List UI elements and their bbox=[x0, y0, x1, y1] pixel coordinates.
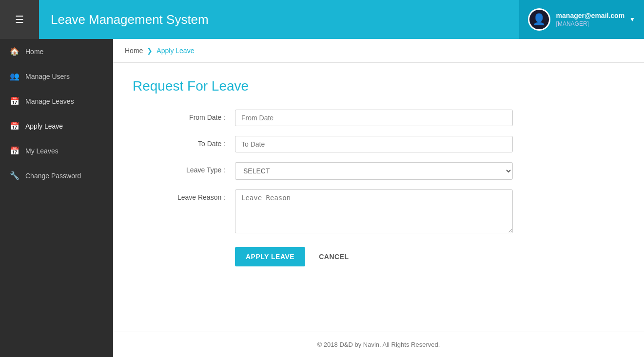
sidebar-item-home[interactable]: 🏠 Home bbox=[0, 39, 113, 64]
app-title: Leave Management System bbox=[39, 12, 519, 27]
footer: © 2018 D&D by Navin. All Rights Reserved… bbox=[113, 332, 644, 357]
hamburger-icon: ☰ bbox=[15, 15, 24, 24]
footer-text: © 2018 D&D by Navin. All Rights Reserved… bbox=[317, 341, 440, 348]
sidebar-toggle-button[interactable]: ☰ bbox=[0, 0, 39, 39]
apply-leave-icon: 📅 bbox=[10, 121, 20, 131]
page-title: Request For Leave bbox=[133, 78, 624, 94]
to-date-input[interactable] bbox=[235, 136, 513, 152]
home-icon: 🏠 bbox=[10, 47, 20, 56]
settings-icon: 🔧 bbox=[10, 171, 20, 180]
chevron-down-icon: ▼ bbox=[629, 16, 635, 23]
breadcrumb-current: Apply Leave bbox=[156, 47, 194, 55]
main-content: Home ❯ Apply Leave Request For Leave Fro… bbox=[113, 39, 644, 357]
avatar: 👤 bbox=[528, 8, 550, 31]
sidebar-item-manage-leaves[interactable]: 📅 Manage Leaves bbox=[0, 89, 113, 113]
to-date-row: To Date : bbox=[172, 136, 513, 152]
leave-reason-field bbox=[235, 189, 513, 235]
sidebar-item-apply-leave[interactable]: 📅 Apply Leave bbox=[0, 113, 113, 138]
form-buttons: APPLY LEAVE CANCEL bbox=[235, 247, 513, 266]
leave-type-row: Leave Type : SELECT Sick Leave Casual Le… bbox=[172, 162, 513, 180]
sidebar-item-change-password-label: Change Password bbox=[25, 172, 81, 180]
sidebar-item-manage-users-label: Manage Users bbox=[25, 73, 70, 80]
apply-leave-form: From Date : To Date : Leav bbox=[172, 110, 513, 266]
leave-type-select[interactable]: SELECT Sick Leave Casual Leave Annual Le… bbox=[235, 162, 513, 180]
sidebar-item-manage-leaves-label: Manage Leaves bbox=[25, 97, 74, 105]
user-avatar-icon: 👤 bbox=[532, 13, 546, 26]
breadcrumb-home-link[interactable]: Home bbox=[125, 47, 143, 55]
sidebar-item-my-leaves-label: My Leaves bbox=[25, 147, 59, 155]
from-date-field bbox=[235, 110, 513, 126]
cancel-button[interactable]: CANCEL bbox=[311, 247, 356, 266]
sidebar-item-manage-users[interactable]: 👥 Manage Users bbox=[0, 64, 113, 89]
content-area: Request For Leave From Date : To Date : bbox=[113, 63, 644, 332]
leave-type-field: SELECT Sick Leave Casual Leave Annual Le… bbox=[235, 162, 513, 180]
app-wrapper: ☰ Leave Management System 👤 manager@emai… bbox=[0, 0, 644, 357]
sidebar: 🏠 Home 👥 Manage Users 📅 Manage Leaves 📅 … bbox=[0, 39, 113, 357]
sidebar-item-change-password[interactable]: 🔧 Change Password bbox=[0, 163, 113, 188]
leave-type-label: Leave Type : bbox=[172, 162, 235, 174]
user-role: [MANAGER] bbox=[556, 20, 625, 27]
from-date-label: From Date : bbox=[172, 110, 235, 121]
sidebar-item-home-label: Home bbox=[25, 48, 43, 56]
top-bar: ☰ Leave Management System 👤 manager@emai… bbox=[0, 0, 644, 39]
main-layout: 🏠 Home 👥 Manage Users 📅 Manage Leaves 📅 … bbox=[0, 39, 644, 357]
user-email: manager@email.com bbox=[556, 12, 625, 19]
leave-reason-row: Leave Reason : bbox=[172, 189, 513, 235]
sidebar-item-my-leaves[interactable]: 📅 My Leaves bbox=[0, 138, 113, 163]
breadcrumb-separator: ❯ bbox=[147, 47, 153, 55]
sidebar-item-apply-leave-label: Apply Leave bbox=[25, 122, 63, 130]
leave-reason-label: Leave Reason : bbox=[172, 189, 235, 201]
from-date-input[interactable] bbox=[235, 110, 513, 126]
user-menu[interactable]: 👤 manager@email.com [MANAGER] ▼ bbox=[519, 0, 644, 39]
apply-leave-button[interactable]: APPLY LEAVE bbox=[235, 247, 305, 266]
from-date-row: From Date : bbox=[172, 110, 513, 126]
user-details: manager@email.com [MANAGER] bbox=[556, 12, 625, 27]
breadcrumb: Home ❯ Apply Leave bbox=[113, 39, 644, 63]
to-date-field bbox=[235, 136, 513, 152]
my-leaves-icon: 📅 bbox=[10, 146, 20, 155]
calendar-icon: 📅 bbox=[10, 96, 20, 106]
to-date-label: To Date : bbox=[172, 136, 235, 148]
users-icon: 👥 bbox=[10, 72, 20, 81]
leave-reason-textarea[interactable] bbox=[235, 189, 513, 233]
